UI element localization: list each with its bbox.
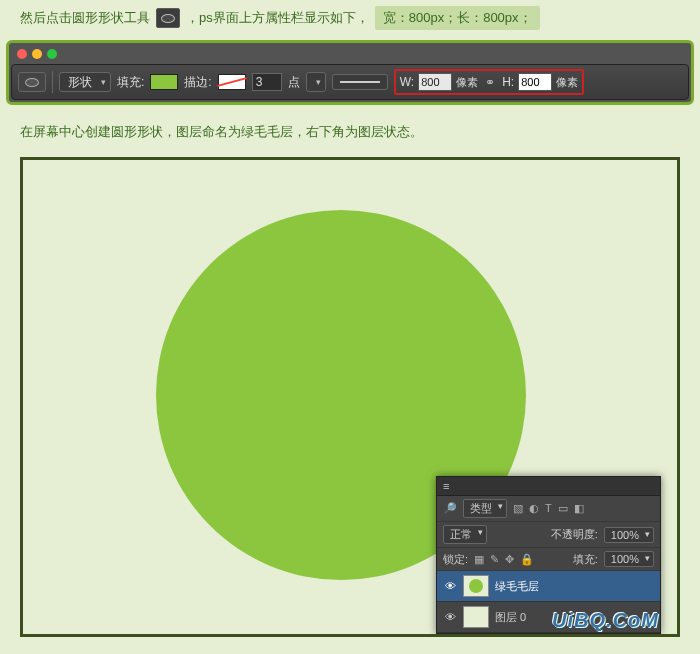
lock-all-icon[interactable]: 🔒 (520, 553, 534, 566)
lock-transparent-icon[interactable]: ▦ (474, 553, 484, 566)
width-unit: 像素 (456, 75, 478, 90)
size-highlight: 宽：800px；长：800px； (375, 6, 540, 30)
layer-thumb (463, 575, 489, 597)
divider (52, 71, 53, 93)
layer-name: 图层 0 (495, 610, 526, 625)
zoom-icon[interactable] (47, 49, 57, 59)
fill-opacity-label: 填充: (573, 552, 598, 567)
lock-fill-row: 锁定: ▦ ✎ ✥ 🔒 填充: 100% (437, 548, 660, 571)
layer-thumb (463, 606, 489, 628)
layer-item-green[interactable]: 👁 绿毛毛层 (437, 571, 660, 602)
options-bar: 形状 填充: 描边: 点 W: 像素 ⚭ H: 像素 (11, 64, 689, 100)
options-bar-window: 形状 填充: 描边: 点 W: 像素 ⚭ H: 像素 (6, 40, 694, 105)
filter-adjust-icon[interactable]: ◐ (529, 502, 539, 515)
link-icon[interactable]: ⚭ (482, 75, 498, 89)
lock-icons: ▦ ✎ ✥ 🔒 (474, 553, 534, 566)
fill-label: 填充: (117, 74, 144, 91)
filter-smart-icon[interactable]: ◧ (574, 502, 584, 515)
stroke-label: 描边: (184, 74, 211, 91)
blend-mode-select[interactable]: 正常 (443, 525, 487, 544)
height-unit: 像素 (556, 75, 578, 90)
stroke-width-input[interactable] (252, 73, 282, 91)
blend-opacity-row: 正常 不透明度: 100% (437, 522, 660, 548)
filter-search-icon[interactable]: 🔎 (443, 502, 457, 515)
filter-type-icon[interactable]: T (545, 502, 552, 515)
visibility-icon[interactable]: 👁 (443, 580, 457, 592)
filter-icons: ▧ ◐ T ▭ ◧ (513, 502, 584, 515)
stroke-swatch[interactable] (218, 74, 246, 90)
stroke-style-select[interactable] (332, 74, 388, 90)
close-icon[interactable] (17, 49, 27, 59)
tool-mode-select[interactable]: 形状 (59, 72, 111, 92)
fill-opacity-value[interactable]: 100% (604, 551, 654, 567)
instruction-line-2: 在屏幕中心创建圆形形状，图层命名为绿毛毛层，右下角为图层状态。 (0, 115, 700, 149)
instruction-line-1: 然后点击圆形形状工具 ，ps界面上方属性栏显示如下， 宽：800px；长：800… (0, 0, 700, 36)
lock-move-icon[interactable]: ✥ (505, 553, 514, 566)
height-label: H: (502, 75, 514, 89)
instruction-text-after: ，ps界面上方属性栏显示如下， (186, 9, 369, 27)
ellipse-tool-icon (156, 8, 180, 28)
width-label: W: (400, 75, 414, 89)
filter-pixel-icon[interactable]: ▧ (513, 502, 523, 515)
opacity-value[interactable]: 100% (604, 527, 654, 543)
fill-swatch[interactable] (150, 74, 178, 90)
layers-panel-header: ≡ (437, 477, 660, 496)
canvas-area: ≡ 🔎 类型 ▧ ◐ T ▭ ◧ 正常 不透明度: 100% 锁定: ▦ ✎ ✥ (20, 157, 680, 637)
width-height-group: W: 像素 ⚭ H: 像素 (394, 69, 584, 95)
lock-label: 锁定: (443, 552, 468, 567)
filter-shape-icon[interactable]: ▭ (558, 502, 568, 515)
opacity-label: 不透明度: (551, 527, 598, 542)
layer-filter-row: 🔎 类型 ▧ ◐ T ▭ ◧ (437, 496, 660, 522)
visibility-icon[interactable]: 👁 (443, 611, 457, 623)
lock-paint-icon[interactable]: ✎ (490, 553, 499, 566)
stroke-unit: 点 (288, 74, 300, 91)
minimize-icon[interactable] (32, 49, 42, 59)
panel-menu-icon[interactable]: ≡ (443, 480, 449, 492)
height-input[interactable] (518, 73, 552, 91)
shape-tool-icon[interactable] (18, 72, 46, 92)
window-traffic-lights (11, 47, 689, 64)
width-input[interactable] (418, 73, 452, 91)
watermark: UiBQ.CoM (552, 609, 659, 632)
instruction-text-before: 然后点击圆形形状工具 (20, 9, 150, 27)
stroke-options-dropdown[interactable] (306, 72, 326, 92)
layer-name: 绿毛毛层 (495, 579, 539, 594)
filter-type-select[interactable]: 类型 (463, 499, 507, 518)
